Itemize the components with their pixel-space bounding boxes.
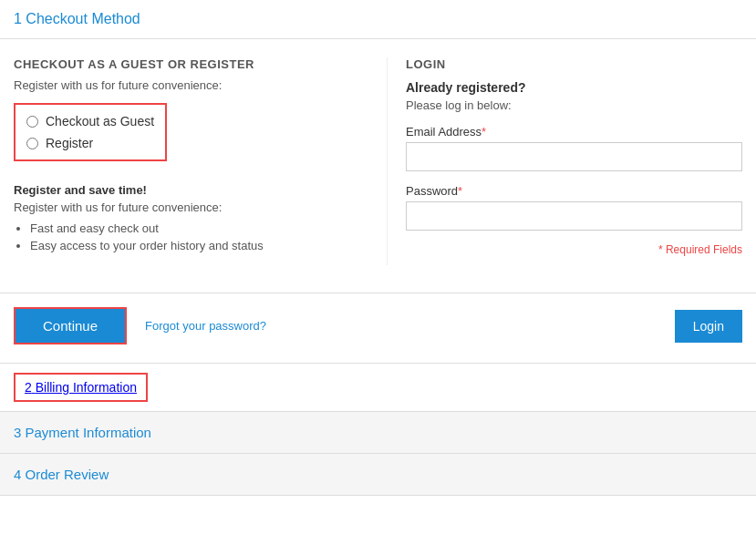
forgot-password-link[interactable]: Forgot your password? [145, 319, 266, 333]
action-row: Continue Forgot your password? Login [0, 293, 756, 364]
section3-title: Payment Information [26, 425, 151, 440]
benefit-item-2: Easy access to your order history and st… [30, 239, 350, 252]
register-label: Register [46, 136, 93, 150]
email-required: * [482, 125, 486, 139]
email-input[interactable] [406, 142, 742, 171]
right-column: LOGIN Already registered? Please log in … [387, 57, 742, 265]
checkout-guest-option[interactable]: Checkout as Guest [26, 114, 154, 128]
order-review-link[interactable]: 4 Order Review [14, 467, 109, 482]
payment-section-inner: 3 Payment Information [0, 412, 756, 453]
register-option[interactable]: Register [26, 136, 154, 150]
radio-options-box: Checkout as Guest Register [14, 103, 167, 161]
required-fields-note: * Required Fields [406, 243, 742, 256]
continue-button[interactable]: Continue [16, 309, 125, 343]
billing-information-link[interactable]: 2 Billing Information [25, 380, 137, 395]
login-heading: LOGIN [406, 57, 742, 71]
register-radio[interactable] [26, 138, 38, 149]
login-button[interactable]: Login [675, 310, 742, 343]
checkout-main: CHECKOUT AS A GUEST OR REGISTER Register… [0, 39, 756, 293]
section2-title: Billing Information [36, 380, 137, 395]
checkout-method-link[interactable]: 1 Checkout Method [14, 11, 140, 26]
guest-register-heading: CHECKOUT AS A GUEST OR REGISTER [14, 57, 350, 71]
checkout-guest-label: Checkout as Guest [46, 114, 154, 128]
register-notice: Register with us for future convenience: [14, 78, 350, 92]
payment-information-section: 3 Payment Information [0, 412, 756, 454]
email-label: Email Address* [406, 125, 742, 139]
left-column: CHECKOUT AS A GUEST OR REGISTER Register… [14, 57, 368, 265]
payment-information-link[interactable]: 3 Payment Information [14, 425, 151, 440]
action-row-left: Continue Forgot your password? [14, 307, 266, 344]
order-review-inner: 4 Order Review [0, 454, 756, 495]
section1-number: 1 [14, 11, 22, 26]
benefits-list: Fast and easy check out Easy access to y… [14, 221, 350, 252]
benefit-item-1: Fast and easy check out [30, 221, 350, 235]
password-required: * [458, 184, 462, 198]
section3-number: 3 [14, 425, 21, 440]
register-save-heading: Register and save time! [14, 183, 350, 197]
billing-wrapper: 2 Billing Information [14, 373, 148, 402]
register-save-subtitle: Register with us for future convenience: [14, 200, 350, 214]
section1-title: Checkout Method [26, 11, 140, 26]
order-review-section: 4 Order Review [0, 454, 756, 496]
please-login-text: Please log in below: [406, 98, 742, 112]
billing-information-section: 2 Billing Information [0, 364, 756, 412]
checkout-method-section-header: 1 Checkout Method [0, 0, 756, 39]
section4-number: 4 [14, 467, 21, 482]
already-registered-text: Already registered? [406, 80, 742, 95]
password-label: Password* [406, 184, 742, 198]
checkout-guest-radio[interactable] [26, 116, 38, 128]
section4-title: Order Review [26, 467, 109, 482]
password-input[interactable] [406, 201, 742, 231]
section2-number: 2 [25, 380, 32, 395]
continue-btn-wrapper: Continue [14, 307, 127, 344]
page-container: 1 Checkout Method CHECKOUT AS A GUEST OR… [0, 0, 756, 496]
